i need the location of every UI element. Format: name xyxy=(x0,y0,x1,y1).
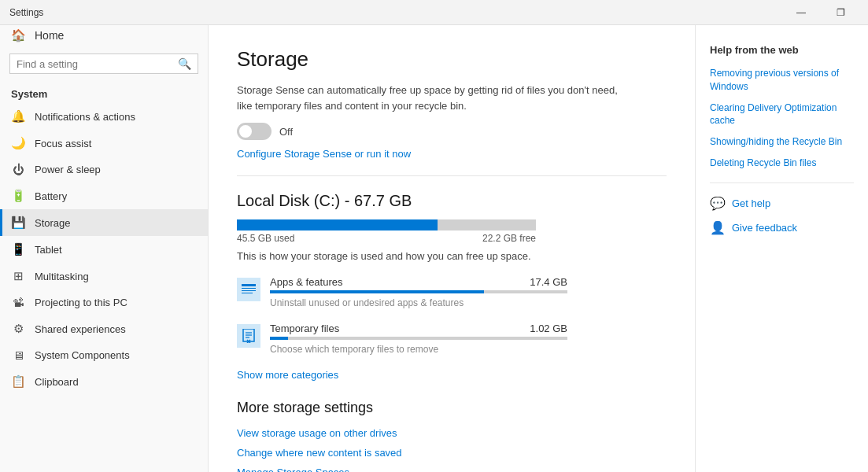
search-input[interactable] xyxy=(17,58,173,70)
temp-files-name: Temporary files xyxy=(270,323,339,334)
help-link-clearing-delivery[interactable]: Clearing Delivery Optimization cache xyxy=(710,101,854,128)
help-divider xyxy=(710,183,854,183)
storage-item-apps[interactable]: Apps & features 17.4 GB Uninstall unused… xyxy=(237,276,567,308)
minimize-button[interactable]: — xyxy=(783,0,819,25)
sidebar-item-label: System Components xyxy=(35,349,130,361)
get-help-icon: 💬 xyxy=(710,196,726,211)
title-bar-left: Settings xyxy=(9,7,43,18)
title-bar: Settings — ❐ xyxy=(0,0,868,25)
sidebar-item-clipboard[interactable]: 📋 Clipboard xyxy=(0,368,208,395)
temp-files-body: Temporary files 1.02 GB Choose which tem… xyxy=(270,323,567,355)
apps-features-header: Apps & features 17.4 GB xyxy=(270,276,567,288)
temp-files-header: Temporary files 1.02 GB xyxy=(270,323,567,334)
storage-bar-track xyxy=(237,219,536,230)
tablet-icon: 📱 xyxy=(11,242,25,256)
sidebar-item-label: Power & sleep xyxy=(35,164,101,175)
app-container: 🏠 Home 🔍 System 🔔 Notifications & action… xyxy=(0,25,868,472)
sidebar-search-container: 🔍 xyxy=(9,53,198,74)
sidebar-item-label: Clipboard xyxy=(35,376,79,388)
sidebar-item-label: Notifications & actions xyxy=(35,111,135,123)
show-more-categories-link[interactable]: Show more categories xyxy=(237,369,667,381)
storage-icon: 💾 xyxy=(11,216,25,230)
projecting-icon: 📽 xyxy=(11,296,25,309)
give-feedback-icon: 👤 xyxy=(710,220,726,235)
view-storage-link[interactable]: View storage usage on other drives xyxy=(237,427,667,439)
app-title: Settings xyxy=(9,7,43,18)
apps-features-size: 17.4 GB xyxy=(530,276,567,288)
sidebar-item-notifications[interactable]: 🔔 Notifications & actions xyxy=(0,103,208,130)
free-label: 22.2 GB free xyxy=(482,233,536,244)
home-label: Home xyxy=(35,29,64,42)
help-title: Help from the web xyxy=(710,44,854,56)
storage-labels: 45.5 GB used 22.2 GB free xyxy=(237,233,536,244)
clipboard-icon: 📋 xyxy=(11,374,25,389)
sidebar-item-shared-experiences[interactable]: ⚙ Shared experiences xyxy=(0,315,208,342)
title-bar-controls: — ❐ xyxy=(783,0,859,25)
sidebar-item-tablet[interactable]: 📱 Tablet xyxy=(0,236,208,263)
shared-experiences-icon: ⚙ xyxy=(11,322,25,336)
more-settings-title: More storage settings xyxy=(237,400,667,416)
battery-icon: 🔋 xyxy=(11,189,25,203)
main-content: Storage Storage Sense can automatically … xyxy=(209,25,695,472)
svg-rect-2 xyxy=(242,290,256,291)
sidebar-item-home[interactable]: 🏠 Home xyxy=(0,25,208,46)
sidebar-item-label: Tablet xyxy=(35,244,62,256)
sidebar-item-label: Storage xyxy=(35,217,71,229)
sidebar-item-storage[interactable]: 💾 Storage xyxy=(0,209,208,236)
focus-assist-icon: 🌙 xyxy=(11,136,25,150)
maximize-button[interactable]: ❐ xyxy=(822,0,859,25)
apps-features-desc: Uninstall unused or undesired apps & fea… xyxy=(270,297,464,308)
change-where-link[interactable]: Change where new content is saved xyxy=(237,447,667,459)
sidebar-item-power-sleep[interactable]: ⏻ Power & sleep xyxy=(0,157,208,183)
system-components-icon: 🖥 xyxy=(11,348,25,362)
notifications-icon: 🔔 xyxy=(11,109,25,124)
give-feedback-label: Give feedback xyxy=(732,222,797,234)
manage-spaces-link[interactable]: Manage Storage Spaces xyxy=(237,466,667,472)
power-sleep-icon: ⏻ xyxy=(11,163,25,176)
temporary-files-icon xyxy=(237,324,260,348)
give-feedback-button[interactable]: 👤 Give feedback xyxy=(710,220,854,235)
used-label: 45.5 GB used xyxy=(237,233,294,244)
sidebar-item-battery[interactable]: 🔋 Battery xyxy=(0,183,208,209)
sidebar-item-label: Focus assist xyxy=(35,138,91,149)
sidebar-item-system-components[interactable]: 🖥 System Components xyxy=(0,342,208,368)
apps-features-name: Apps & features xyxy=(270,276,343,288)
multitasking-icon: ⊞ xyxy=(11,269,25,283)
storage-usage-description: This is how your storage is used and how… xyxy=(237,250,667,262)
apps-features-icon xyxy=(237,278,260,301)
svg-rect-0 xyxy=(242,284,256,286)
sidebar-item-label: Projecting to this PC xyxy=(35,297,127,308)
storage-bar-container: 45.5 GB used 22.2 GB free xyxy=(237,219,667,244)
sidebar-item-label: Shared experiences xyxy=(35,323,126,335)
help-link-showing-recycle[interactable]: Showing/hiding the Recycle Bin xyxy=(710,135,854,149)
help-link-removing-prev[interactable]: Removing previous versions of Windows xyxy=(710,67,854,94)
right-panel: Help from the web Removing previous vers… xyxy=(695,25,868,472)
svg-rect-3 xyxy=(242,293,253,293)
page-title: Storage xyxy=(237,47,667,72)
temp-files-bar-fill xyxy=(270,337,288,340)
section-divider xyxy=(237,175,667,176)
sidebar-item-label: Battery xyxy=(35,190,67,202)
toggle-state-label: Off xyxy=(279,126,293,138)
apps-features-bar-fill xyxy=(270,290,484,293)
storage-item-temp[interactable]: Temporary files 1.02 GB Choose which tem… xyxy=(237,323,567,355)
sidebar-item-projecting[interactable]: 📽 Projecting to this PC xyxy=(0,289,208,315)
disk-title: Local Disk (C:) - 67.7 GB xyxy=(237,192,667,210)
temp-files-bar-track xyxy=(270,337,567,340)
system-section-label: System xyxy=(0,82,208,103)
help-link-deleting-recycle[interactable]: Deleting Recycle Bin files xyxy=(710,157,854,170)
sidebar-item-focus-assist[interactable]: 🌙 Focus assist xyxy=(0,130,208,157)
home-icon: 🏠 xyxy=(11,28,25,42)
svg-rect-1 xyxy=(242,288,256,289)
storage-sense-toggle[interactable] xyxy=(237,123,271,140)
configure-link[interactable]: Configure Storage Sense or run it now xyxy=(237,148,667,160)
temp-files-size: 1.02 GB xyxy=(530,323,567,334)
get-help-button[interactable]: 💬 Get help xyxy=(710,196,854,211)
sidebar: 🏠 Home 🔍 System 🔔 Notifications & action… xyxy=(0,25,209,472)
apps-features-bar-track xyxy=(270,290,567,293)
temp-files-desc: Choose which temporary files to remove xyxy=(270,344,438,355)
sidebar-item-label: Multitasking xyxy=(35,271,89,282)
get-help-label: Get help xyxy=(732,197,770,209)
search-icon: 🔍 xyxy=(178,57,191,70)
sidebar-item-multitasking[interactable]: ⊞ Multitasking xyxy=(0,263,208,289)
